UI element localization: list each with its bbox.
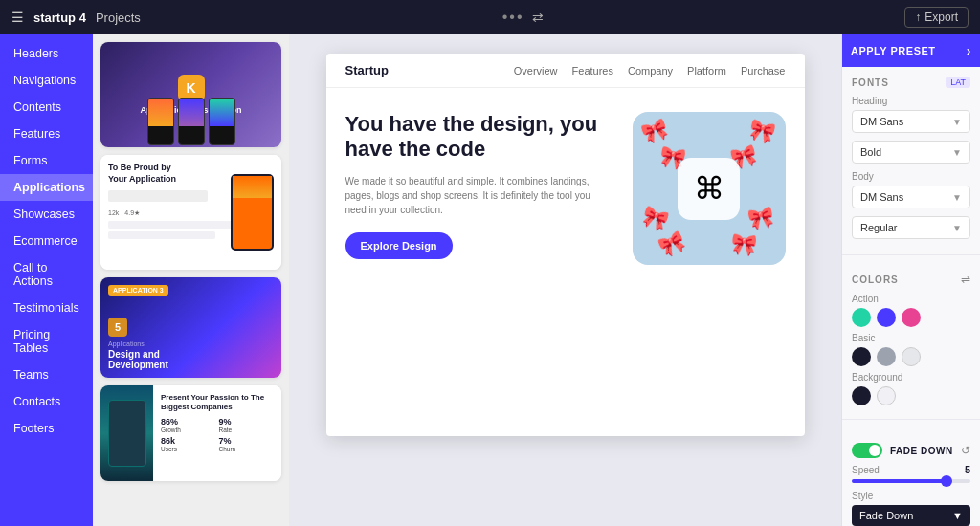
preview-area: Startup Overview Features Company Platfo… (289, 34, 841, 526)
nav-link-overview[interactable]: Overview (514, 65, 558, 77)
sidebar-item-pricing-tables[interactable]: Pricing Tables (0, 321, 93, 362)
speed-slider-thumb[interactable] (941, 475, 952, 487)
thumb2-phone (231, 174, 274, 251)
fonts-language-badge[interactable]: LAT (946, 77, 970, 88)
body-weight-value: Regular (860, 222, 898, 233)
stat-2: 9%Rate (219, 417, 275, 433)
sidebar-item-contents[interactable]: Contents (0, 94, 93, 121)
action-colors-row (852, 308, 970, 327)
left-sidebar: Headers Navigations Contents Features Fo… (0, 34, 93, 526)
sidebar-item-features[interactable]: Features (0, 121, 93, 147)
style-label: Style (852, 491, 970, 501)
body-font-select[interactable]: DM Sans ▼ (852, 186, 970, 208)
thumb4-stats: 86%Growth 9%Rate 86kUsers 7%Churn (161, 417, 274, 452)
thumbnail-1[interactable]: K Application Presentation (100, 42, 281, 147)
nav-link-platform[interactable]: Platform (687, 65, 726, 77)
menu-icon[interactable]: ☰ (11, 10, 24, 25)
stat-4: 7%Churn (219, 436, 275, 452)
heading-weight-value: Bold (860, 146, 881, 158)
basic-colors-row (852, 347, 970, 366)
sidebar-item-headers[interactable]: Headers (0, 40, 93, 67)
thumbnail-3[interactable]: APPLICATION 3 5 Applications Design andD… (100, 277, 281, 378)
sidebar-item-contacts[interactable]: Contacts (0, 388, 93, 415)
background-color-2[interactable] (877, 386, 896, 405)
pasta-decor-5: 🎀 (638, 203, 671, 235)
colors-shuffle-icon[interactable]: ⇌ (961, 273, 970, 286)
phone-mini-1 (147, 98, 174, 145)
export-button[interactable]: ↑ Export (904, 7, 969, 28)
action-color-3[interactable] (902, 308, 921, 327)
apply-preset-label: APPLY PRESET (851, 45, 936, 56)
phone-mini-3 (209, 98, 235, 145)
background-color-label: Background (852, 372, 970, 383)
apply-preset-arrow-icon: › (967, 43, 971, 58)
fade-down-toggle-row: FADE DOWN ↺ (852, 443, 970, 458)
style-select-value: Fade Down (859, 510, 913, 521)
thumb3-bg: APPLICATION 3 5 Applications Design andD… (100, 277, 281, 378)
swap-icon[interactable]: ⇄ (532, 10, 544, 25)
webpage-text: You have the design, you have the code W… (345, 112, 613, 259)
background-colors-row (852, 386, 970, 405)
heading-weight-select[interactable]: Bold ▼ (852, 141, 970, 164)
export-icon: ↑ (915, 11, 921, 24)
style-select[interactable]: Fade Down ▼ (852, 505, 970, 526)
export-label: Export (924, 11, 958, 24)
sidebar-item-call-to-actions[interactable]: Call to Actions (0, 254, 93, 295)
projects-label[interactable]: Projects (96, 11, 141, 25)
webpage-image: 🎀 🎀 🎀 🎀 🎀 🎀 🎀 🎀 ⌘ (633, 112, 786, 265)
action-color-1[interactable] (852, 308, 871, 327)
basic-color-label: Basic (852, 333, 970, 343)
basic-color-1[interactable] (852, 347, 871, 366)
speed-slider-fill (852, 479, 947, 483)
webpage-preview: Startup Overview Features Company Platfo… (326, 54, 805, 436)
heading-font-select[interactable]: DM Sans ▼ (852, 110, 970, 133)
topbar-center: ••• ⇄ (502, 9, 544, 26)
style-select-arrow: ▼ (952, 510, 963, 521)
nav-link-company[interactable]: Company (628, 65, 673, 77)
sidebar-item-testimonials[interactable]: Testimonials (0, 295, 93, 321)
brand-name: startup 4 (33, 11, 86, 25)
sidebar-item-ecommerce[interactable]: Ecommerce (0, 228, 93, 254)
divider-1 (842, 254, 980, 255)
colors-section-title: COLORS (852, 274, 899, 285)
fonts-section: FONTS LAT Heading DM Sans ▼ Bold ▼ Body … (842, 67, 980, 252)
webpage-subtext: We made it so beautiful and simple. It c… (345, 174, 613, 217)
pasta-decor-8: 🎀 (729, 231, 757, 258)
apply-preset-button[interactable]: APPLY PRESET › (842, 34, 980, 67)
fonts-section-header: FONTS LAT (852, 77, 970, 88)
sidebar-item-applications[interactable]: Applications (0, 174, 93, 201)
sidebar-item-teams[interactable]: Teams (0, 362, 93, 388)
thumbnail-4[interactable]: Present Your Passion to The Biggest Comp… (100, 385, 281, 481)
refresh-icon[interactable]: ↺ (961, 444, 970, 457)
thumb4-image (100, 385, 153, 481)
action-color-2[interactable] (877, 308, 896, 327)
thumb3-subtitle: Applications (108, 340, 145, 347)
heading-font-label: Heading (852, 96, 970, 106)
pasta-decor-6: 🎀 (746, 205, 775, 233)
sidebar-item-showcases[interactable]: Showcases (0, 201, 93, 228)
explore-design-button[interactable]: Explore Design (345, 232, 453, 259)
basic-color-3[interactable] (902, 347, 921, 366)
speed-label: Speed (852, 465, 880, 475)
fade-down-toggle[interactable] (852, 443, 882, 458)
thumb4-content: Present Your Passion to The Biggest Comp… (153, 385, 281, 481)
body-weight-select[interactable]: Regular ▼ (852, 216, 970, 239)
basic-color-2[interactable] (877, 347, 896, 366)
stat-3: 86kUsers (161, 436, 216, 452)
nav-link-purchase[interactable]: Purchase (741, 65, 785, 77)
nav-link-features[interactable]: Features (572, 65, 613, 77)
sidebar-item-footers[interactable]: Footers (0, 415, 93, 442)
speed-row: Speed 5 (852, 464, 970, 475)
background-color-1[interactable] (852, 386, 871, 405)
toggle-knob (869, 445, 880, 456)
sidebar-item-navigations[interactable]: Navigations (0, 67, 93, 94)
colors-section-header: COLORS ⇌ (852, 273, 970, 286)
thumb1-bg: K Application Presentation (100, 42, 281, 147)
sidebar-item-forms[interactable]: Forms (0, 147, 93, 174)
speed-slider-track[interactable] (852, 479, 970, 483)
body-font-label: Body (852, 171, 970, 182)
webpage-nav: Startup Overview Features Company Platfo… (326, 54, 805, 88)
thumbnail-2[interactable]: To Be Proud byYour Application 12k 4.9★ (100, 155, 281, 270)
right-sidebar: APPLY PRESET › FONTS LAT Heading DM Sans… (841, 34, 980, 526)
more-options-icon[interactable]: ••• (502, 9, 524, 26)
